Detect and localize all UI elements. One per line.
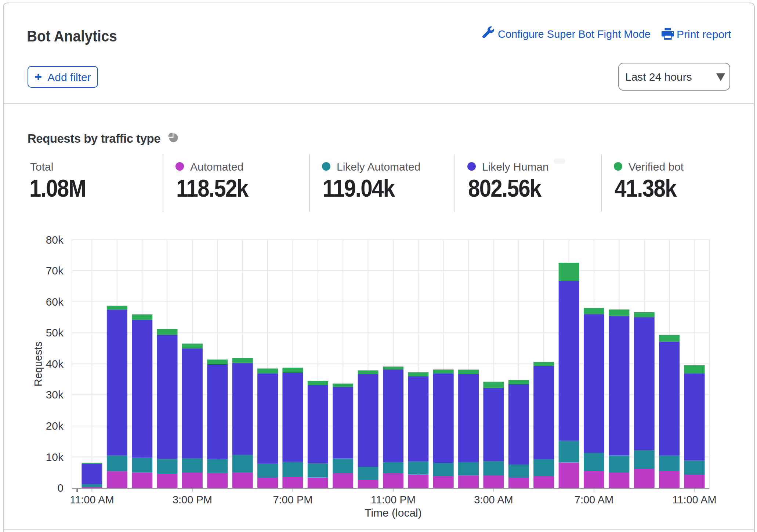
svg-text:11:00 PM: 11:00 PM: [371, 494, 416, 506]
svg-text:10k: 10k: [46, 451, 64, 463]
svg-text:80k: 80k: [46, 234, 64, 246]
svg-text:3:00 PM: 3:00 PM: [173, 494, 212, 506]
svg-text:7:00 AM: 7:00 AM: [575, 494, 613, 506]
svg-text:50k: 50k: [46, 327, 64, 339]
svg-text:70k: 70k: [46, 265, 64, 277]
svg-text:60k: 60k: [46, 296, 64, 308]
svg-text:Requests: Requests: [32, 342, 44, 387]
svg-text:Time (local): Time (local): [365, 507, 422, 519]
svg-text:7:00 PM: 7:00 PM: [273, 494, 312, 506]
svg-text:11:00 AM: 11:00 AM: [672, 494, 716, 506]
svg-text:3:00 AM: 3:00 AM: [474, 494, 513, 506]
svg-text:20k: 20k: [46, 420, 64, 432]
svg-text:30k: 30k: [46, 389, 64, 401]
svg-text:11:00 AM: 11:00 AM: [70, 494, 114, 506]
svg-text:0: 0: [57, 482, 64, 494]
svg-text:40k: 40k: [46, 358, 64, 370]
